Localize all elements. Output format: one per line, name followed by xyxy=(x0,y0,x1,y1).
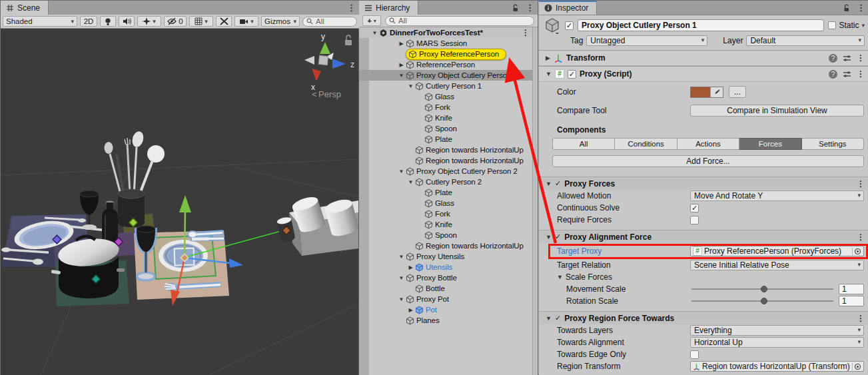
allowed-motion-dropdown[interactable]: Move And Rotate Y▾ xyxy=(690,190,864,201)
orientation-x-cone[interactable] xyxy=(312,69,321,81)
hierarchy-row[interactable]: Region towards HorizontalUp xyxy=(359,145,532,155)
tab-inspector[interactable]: Inspector xyxy=(539,1,597,15)
tag-dropdown[interactable]: Untagged▾ xyxy=(586,35,707,46)
orientation-gizmo[interactable]: y z x xyxy=(304,32,354,92)
transform-component-header[interactable]: ▶ Transform ? ⋮ xyxy=(539,50,868,66)
tab-forces[interactable]: Forces xyxy=(739,138,801,150)
orientation-cube[interactable] xyxy=(318,55,328,65)
movement-scale-slider[interactable] xyxy=(690,284,835,294)
hierarchy-item[interactable]: Region towards HorizontalUp xyxy=(415,241,524,251)
foldout-icon[interactable]: ▶ xyxy=(546,55,550,61)
lock-icon-body[interactable] xyxy=(345,40,352,45)
static-dropdown-icon[interactable]: ▾ xyxy=(861,22,865,29)
continuous-solve-checkbox[interactable]: ✓ xyxy=(690,204,699,212)
foldout-icon[interactable]: ▼ xyxy=(397,296,406,302)
hierarchy-item[interactable]: Proxy Object Cutlery Person 2 xyxy=(406,167,518,177)
section-proxy-forces[interactable]: ▼ ✓ Proxy Forces ⋮ xyxy=(539,177,868,190)
component-menu-icon[interactable]: ⋮ xyxy=(857,69,865,79)
section-menu-icon[interactable]: ⋮ xyxy=(857,314,865,323)
region-transform-object-field[interactable]: Region towards HorizontalUp (Transform) xyxy=(690,361,864,372)
bottle[interactable] xyxy=(102,201,118,246)
hierarchy-item[interactable]: Region towards HorizontalUp xyxy=(415,156,524,166)
foldout-icon[interactable]: ▶ xyxy=(406,264,415,270)
orientation-y-cone[interactable] xyxy=(320,42,330,54)
camera-dropdown[interactable]: ▾ xyxy=(234,16,258,27)
foldout-icon[interactable]: ▼ xyxy=(406,83,415,89)
inspector-menu-icon[interactable]: ⋮ xyxy=(853,1,868,15)
hierarchy-item[interactable]: Cutlery Person 2 xyxy=(415,177,482,187)
hierarchy-item[interactable]: Knife xyxy=(424,113,452,123)
tab-all[interactable]: All xyxy=(552,138,615,150)
hierarchy-item[interactable]: MARS Session xyxy=(406,39,467,49)
target-proxy-object-field[interactable]: # Proxy ReferencePerson (ProxyForces) xyxy=(690,246,864,256)
help-icon[interactable]: ? xyxy=(829,70,837,79)
hierarchy-row[interactable]: ▶ Utensils xyxy=(359,262,532,272)
rotation-scale-value[interactable]: 1 xyxy=(839,296,864,306)
hierarchy-item[interactable]: Pot xyxy=(415,305,437,315)
foldout-icon[interactable]: ▼ xyxy=(406,179,415,185)
hierarchy-row[interactable]: ▶ Pot xyxy=(359,304,532,315)
add-force-button[interactable]: Add Force... xyxy=(552,155,864,167)
tab-scene[interactable]: Scene xyxy=(1,1,49,15)
foldout-icon[interactable]: ▼ xyxy=(397,254,406,260)
hierarchy-item[interactable]: Proxy Bottle xyxy=(406,273,457,283)
hierarchy-item[interactable]: Region towards HorizontalUp xyxy=(415,145,524,155)
orientation-axis-white[interactable] xyxy=(304,56,314,65)
foldout-icon[interactable]: ▼ xyxy=(370,30,379,36)
hierarchy-item[interactable]: Proxy ReferencePerson xyxy=(406,49,506,60)
tab-conditions[interactable]: Conditions xyxy=(615,138,677,150)
section-check-icon[interactable]: ✓ xyxy=(555,232,561,241)
tab-hierarchy[interactable]: Hierarchy xyxy=(359,1,418,15)
move-gizmo-y-cone[interactable] xyxy=(179,195,191,212)
lock-icon[interactable] xyxy=(346,35,350,40)
compare-simulation-button[interactable]: Compare in Simulation View xyxy=(690,105,864,117)
hierarchy-item[interactable]: ReferencePerson xyxy=(406,60,475,70)
hierarchy-row[interactable]: ▼ Proxy Object Cutlery Person 1 xyxy=(359,70,532,81)
hierarchy-row[interactable]: Proxy ReferencePerson xyxy=(359,49,532,59)
hierarchy-item[interactable]: Proxy Utensils xyxy=(406,252,464,262)
gameobject-cube-icon[interactable] xyxy=(544,17,561,34)
towards-alignment-dropdown[interactable]: Horizontal Up▾ xyxy=(690,337,864,348)
component-menu-icon[interactable]: ⋮ xyxy=(857,53,865,63)
hierarchy-row[interactable]: Fork xyxy=(359,102,532,113)
hierarchy-item[interactable]: Knife xyxy=(424,220,452,230)
hierarchy-item[interactable]: DinnerForTwoForcesTest* xyxy=(379,28,483,38)
scene-search-input[interactable]: All xyxy=(302,17,357,27)
eyedropper-icon[interactable] xyxy=(710,87,723,97)
hierarchy-row[interactable]: Region towards HorizontalUp xyxy=(359,240,532,251)
hierarchy-row[interactable]: Glass xyxy=(359,198,532,208)
section-menu-icon[interactable]: ⋮ xyxy=(857,179,865,188)
proxy-enabled-checkbox[interactable]: ✓ xyxy=(568,70,576,79)
hierarchy-row[interactable]: Region towards HorizontalUp xyxy=(359,155,532,166)
hierarchy-item[interactable]: Plate xyxy=(424,135,452,145)
hierarchy-item[interactable]: Fork xyxy=(424,209,450,219)
hierarchy-row[interactable]: ▶ MARS Session xyxy=(359,38,532,49)
hierarchy-item[interactable]: Glass xyxy=(424,92,454,102)
hierarchy-row[interactable]: Knife xyxy=(359,113,532,123)
hierarchy-menu-icon[interactable]: ⋮ xyxy=(522,1,538,15)
section-proxy-alignment-force[interactable]: ▼ ✓ Proxy Alignment Force ⋮ xyxy=(539,230,868,243)
help-icon[interactable]: ? xyxy=(829,54,837,63)
2d-toggle[interactable]: 2D xyxy=(80,16,97,27)
section-check-icon[interactable]: ✓ xyxy=(555,314,561,322)
hierarchy-row[interactable]: ▼ DinnerForTwoForcesTest* ⋮ xyxy=(359,27,532,38)
hierarchy-row[interactable]: Spoon xyxy=(359,230,532,240)
foldout-icon[interactable]: ▶ xyxy=(397,62,406,68)
hierarchy-row[interactable]: ▼ Cutlery Person 2 xyxy=(359,177,532,187)
hierarchy-item[interactable]: Bottle xyxy=(415,284,445,294)
hierarchy-item[interactable]: Spoon xyxy=(424,230,457,240)
foldout-icon[interactable]: ▼ xyxy=(546,71,552,77)
active-checkbox[interactable]: ✓ xyxy=(565,21,574,30)
object-picker-icon[interactable] xyxy=(852,363,862,370)
scene-viewport[interactable]: y z x < Persp xyxy=(1,29,359,375)
hierarchy-item[interactable]: Proxy Pot xyxy=(406,294,449,304)
name-field[interactable]: Proxy Object Cutlery Person 1 xyxy=(578,19,824,31)
move-gizmo-z-cone[interactable] xyxy=(229,258,243,268)
gizmos-dropdown[interactable]: Gizmos▾ xyxy=(261,16,300,27)
foldout-icon[interactable]: ▼ xyxy=(546,234,552,240)
hierarchy-row[interactable]: Fork xyxy=(359,208,532,219)
move-gizmo-y-axis[interactable] xyxy=(185,211,185,258)
hierarchy-item[interactable]: Spoon xyxy=(424,124,457,134)
object-picker-icon[interactable] xyxy=(852,248,862,255)
hierarchy-item[interactable]: Glass xyxy=(424,198,454,208)
